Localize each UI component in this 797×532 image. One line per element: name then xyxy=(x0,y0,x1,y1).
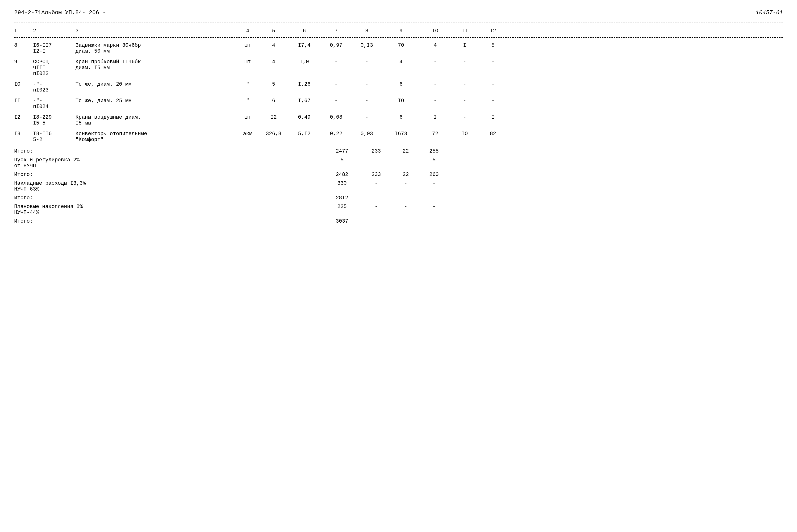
summary-col9-itogo2: 2482 xyxy=(323,172,361,177)
cell-row11-col11: - xyxy=(451,98,479,104)
summary-col9-planovie: 225 xyxy=(323,204,361,210)
cell-row11-col9: IO xyxy=(382,98,420,104)
summary-col12-pusk: 5 xyxy=(420,157,448,163)
summary-col12-nakladnie: - xyxy=(420,180,448,186)
cell-row12-col4: шт xyxy=(236,114,260,120)
col-header-1: I xyxy=(14,28,33,34)
summary-label-itogo4: Итого: xyxy=(14,218,323,224)
summary-row-itogo1: Итого: 2477 233 22 255 xyxy=(14,147,783,156)
summary-col9-pusk: 5 xyxy=(323,157,361,163)
cell-row10-col10: - xyxy=(420,81,451,87)
cell-row11-col10: - xyxy=(420,98,451,104)
cell-row8-col10: 4 xyxy=(420,42,451,48)
summary-block: Итого: 2477 233 22 255 Пуск и регулировк… xyxy=(14,147,783,226)
cell-row9-col9: 4 xyxy=(382,59,420,65)
cell-row8-col9: 70 xyxy=(382,42,420,48)
cell-row8-col3: Задвижки марки 30ч6бр диам. 50 мм xyxy=(75,42,236,54)
cell-row12-col2: I8-229 I5-5 xyxy=(33,114,75,126)
col-header-7: 7 xyxy=(321,28,352,34)
cell-row13-col5: 326,8 xyxy=(260,131,288,137)
summary-col11-itogo2: 22 xyxy=(392,172,420,177)
cell-row11-col8: - xyxy=(352,98,382,104)
cell-row8-col7: 0,97 xyxy=(321,42,352,48)
cell-row8-col8: 0,I3 xyxy=(352,42,382,48)
cell-row8-col5: 4 xyxy=(260,42,288,48)
cell-row9-col11: - xyxy=(451,59,479,65)
cell-row12-col12: I xyxy=(479,114,507,120)
cell-row13-col1: I3 xyxy=(14,131,33,137)
summary-col11-nakladnie: - xyxy=(392,180,420,186)
cell-row11-col7: - xyxy=(321,98,352,104)
summary-label-itogo3: Итого: xyxy=(14,195,323,201)
summary-col12-planovie: - xyxy=(420,204,448,210)
cell-row9-col3: Кран пробковый IIч6бк диам. I5 мм xyxy=(75,59,236,71)
cell-row10-col2: -"- пI023 xyxy=(33,81,75,93)
col-header-2: 2 xyxy=(33,28,75,34)
cell-row8-col12: 5 xyxy=(479,42,507,48)
summary-col12-itogo1: 255 xyxy=(420,148,448,154)
cell-row12-col5: I2 xyxy=(260,114,288,120)
cell-row10-col9: 6 xyxy=(382,81,420,87)
summary-label-itogo2: Итого: xyxy=(14,172,323,177)
top-divider xyxy=(14,22,783,22)
cell-row9-col4: шт xyxy=(236,59,260,65)
summary-col12-itogo2: 260 xyxy=(420,172,448,177)
cell-row9-col10: - xyxy=(420,59,451,65)
summary-label-itogo1: Итого: xyxy=(14,148,323,154)
doc-ref: 10457-61 xyxy=(756,10,783,16)
cell-row11-col6: I,67 xyxy=(288,98,321,104)
col-header-8: 8 xyxy=(352,28,382,34)
table-row: I3 I8-II6 5-2 Конвекторы отопительные "К… xyxy=(14,129,783,145)
cell-row10-col7: - xyxy=(321,81,352,87)
summary-col9-itogo3: 28I2 xyxy=(323,195,361,201)
summary-row-nakladnie: Накладные расходы I3,3% НУЧП-63% 330 - -… xyxy=(14,179,783,194)
summary-col10-itogo1: 233 xyxy=(361,148,392,154)
cell-row11-col1: II xyxy=(14,98,33,104)
cell-row13-col10: 72 xyxy=(420,131,451,137)
cell-row10-col3: То же, диам. 20 мм xyxy=(75,81,236,87)
cell-row10-col4: " xyxy=(236,81,260,87)
cell-row12-col7: 0,08 xyxy=(321,114,352,120)
cell-row9-col8: - xyxy=(352,59,382,65)
cell-row12-col6: 0,49 xyxy=(288,114,321,120)
cell-row13-col11: IO xyxy=(451,131,479,137)
table-row: II -"- пI024 То же, диам. 25 мм " 6 I,67… xyxy=(14,95,783,112)
summary-col9-itogo4: 3037 xyxy=(323,218,361,224)
cell-row12-col8: - xyxy=(352,114,382,120)
summary-col10-nakladnie: - xyxy=(361,180,392,186)
summary-label-planovie: Плановые накопления 8% НУЧП-44% xyxy=(14,204,323,215)
table-body: 8 I6-II7 I2-I Задвижки марки 30ч6бр диам… xyxy=(14,40,783,226)
cell-row13-col8: 0,03 xyxy=(352,131,382,137)
summary-col11-planovie: - xyxy=(392,204,420,210)
table-row: IO -"- пI023 То же, диам. 20 мм " 5 I,26… xyxy=(14,79,783,95)
doc-number: 294-2-71 xyxy=(14,10,41,16)
cell-row9-col6: I,0 xyxy=(288,59,321,65)
cell-row10-col12: - xyxy=(479,81,507,87)
cell-row11-col5: 6 xyxy=(260,98,288,104)
cell-row11-col3: То же, диам. 25 мм xyxy=(75,98,236,104)
summary-col11-itogo1: 22 xyxy=(392,148,420,154)
col-header-10: IO xyxy=(420,28,451,34)
cell-row8-col11: I xyxy=(451,42,479,48)
cell-row12-col10: I xyxy=(420,114,451,120)
summary-col10-itogo2: 233 xyxy=(361,172,392,177)
summary-col9-itogo1: 2477 xyxy=(323,148,361,154)
table-row: I2 I8-229 I5-5 Краны воздушные диам. I5 … xyxy=(14,112,783,129)
cell-row9-col1: 9 xyxy=(14,59,33,65)
cell-row13-col2: I8-II6 5-2 xyxy=(33,131,75,142)
cell-row13-col12: 82 xyxy=(479,131,507,137)
cell-row9-col2: ССРСЦ чIII пI022 xyxy=(33,59,75,77)
table-row: 9 ССРСЦ чIII пI022 Кран пробковый IIч6бк… xyxy=(14,57,783,79)
column-headers: I 2 3 4 5 6 7 8 9 IO II I2 xyxy=(14,25,783,38)
cell-row13-col6: 5,I2 xyxy=(288,131,321,137)
cell-row11-col12: - xyxy=(479,98,507,104)
cell-row8-col1: 8 xyxy=(14,42,33,48)
album-title: Альбом УП.84 xyxy=(41,10,82,16)
col-header-6: 6 xyxy=(288,28,321,34)
table-row: 8 I6-II7 I2-I Задвижки марки 30ч6бр диам… xyxy=(14,40,783,57)
summary-label-nakladnie: Накладные расходы I3,3% НУЧП-63% xyxy=(14,180,323,192)
summary-row-planovie: Плановые накопления 8% НУЧП-44% 225 - - … xyxy=(14,202,783,217)
summary-row-itogo2: Итого: 2482 233 22 260 xyxy=(14,170,783,179)
summary-row-itogo4: Итого: 3037 xyxy=(14,217,783,226)
cell-row10-col6: I,26 xyxy=(288,81,321,87)
